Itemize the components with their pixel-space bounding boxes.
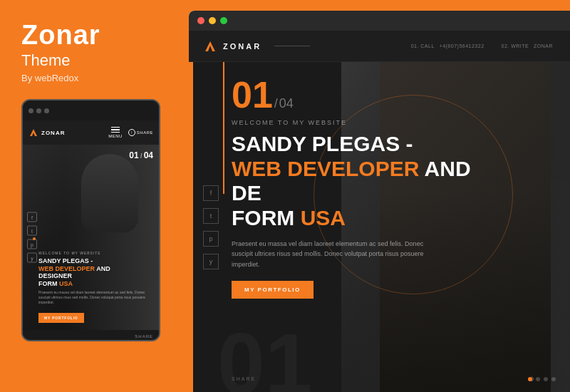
mobile-share-icon: ↑ [128,129,135,136]
desktop-cta-button[interactable]: MY PORTFOLIO [232,281,314,299]
nav-divider [274,46,310,46]
mobile-twitter-icon[interactable]: t [27,226,37,236]
menu-line-3 [111,132,120,133]
desktop-heading-orange: WEB DEVELOPER [232,157,419,180]
mobile-bottom-share-label: SHARE [135,334,153,339]
nav-contact-write-label: 02. WRITE [502,43,529,48]
desktop-dot-red [197,17,204,24]
nav-contact-write-value: ZONAR [534,43,553,48]
mobile-logo-area: ZONAR [28,128,65,138]
desktop-nav-right: 01. CALL +4(807)56412322 02. WRITE ZONAR [411,43,556,49]
desktop-welcome-text: WELCOME TO MY WEBSITE [232,119,502,126]
svg-marker-0 [30,129,37,136]
mobile-body-text: Praesent eu massa vel diam laoreet eleme… [38,290,155,305]
desktop-hero-text: WELCOME TO MY WEBSITE SANDY PLEGAS - WEB… [232,119,502,299]
mobile-social-icons: f t p y [27,212,37,263]
nav-contact-call: 01. CALL +4(807)56412322 [411,43,487,49]
mobile-heading-usa: USA [59,280,73,287]
mobile-bottom-bar: SHARE [23,330,159,341]
mobile-share-button[interactable]: ↑ SHARE [128,129,153,136]
desktop-heading-form: FORM [232,206,301,229]
mobile-heading-form: FORM [38,280,59,287]
desktop-hero-heading: SANDY PLEGAS - WEB DEVELOPER AND DE FORM… [232,132,502,230]
mobile-heading-orange: WEB DEVELOPER [38,265,95,272]
mobile-dot-3 [44,108,49,113]
mobile-counter: 01 / 04 [129,150,153,160]
nav-contact-call-value: +4(807)56412322 [440,43,484,48]
mobile-share-label: SHARE [137,130,153,135]
mobile-menu-button[interactable]: MENU [108,127,123,139]
svg-marker-1 [205,41,215,51]
desktop-top-bar [189,11,570,31]
desktop-hero-counter: 01 / 04 [232,76,294,113]
mobile-counter-current: 01 [129,150,138,160]
desktop-twitter-icon[interactable]: t [203,208,219,224]
desktop-heading-usa: USA [301,206,346,229]
desktop-hero-side-bar [189,62,193,392]
mobile-heading-designer: DESIGNER [38,272,72,279]
desktop-heading-line1: SANDY PLEGAS - [232,132,413,155]
desktop-counter-total: 04 [279,96,294,111]
desktop-dot-yellow [209,17,216,24]
brand-subtitle: Theme [21,51,70,70]
desktop-hero-accent-line [223,62,224,194]
desktop-nav-left: ZONAR [203,39,317,53]
desktop-hero-body: Praesent eu massa vel diam laoreet eleme… [232,239,431,269]
desktop-nav: ZONAR 01. CALL +4(807)56412322 02. WRITE… [189,31,570,62]
mobile-top-bar [23,100,159,120]
mobile-dot-1 [28,108,33,113]
mobile-mockup: ZONAR MENU ↑ SHARE [21,99,160,341]
mobile-heading-line1: SANDY PLEGAS - [38,257,93,264]
desktop-counter-current: 01 [232,76,273,113]
desktop-content: ZONAR 01. CALL +4(807)56412322 02. WRITE… [189,31,570,392]
mobile-hero-content: WELCOME TO MY WEBSITE SANDY PLEGAS - WEB… [38,251,155,323]
mobile-welcome-text: WELCOME TO MY WEBSITE [38,251,155,255]
mobile-cta-button[interactable]: MY PORTFOLIO [38,313,84,323]
mobile-facebook-icon[interactable]: f [27,212,37,222]
desktop-hero: f t p y 01 / 04 WELCOME TO MY WEBSITE SA… [189,62,570,392]
mobile-hero: f t p y 01 / 04 WELCOME TO MY WEBSITE SA… [23,145,159,330]
desktop-facebook-icon[interactable]: f [203,185,219,201]
mobile-counter-separator: / [140,153,142,160]
mobile-logo-text: ZONAR [41,130,65,136]
desktop-logo-text: ZONAR [223,42,261,51]
left-panel: Zonar Theme By webRedox ZONAR [0,0,189,392]
desktop-next-arrow[interactable]: › [531,372,534,385]
desktop-bg-number: 01 [217,321,312,392]
mobile-counter-total: 04 [144,150,153,160]
desktop-mockup: ZONAR 01. CALL +4(807)56412322 02. WRITE… [189,11,570,392]
desktop-social-icons: f t p y [203,185,219,269]
mobile-logo-icon [28,128,38,138]
nav-contact-call-label: 01. CALL [411,43,435,48]
desktop-counter-slash: / [274,96,278,111]
mobile-hamburger-icon [111,127,120,133]
mobile-nav-right: MENU ↑ SHARE [108,127,153,139]
nav-contact-write: 02. WRITE ZONAR [502,43,556,49]
menu-line-2 [111,129,120,130]
progress-dot-4[interactable] [551,377,556,381]
brand-title: Zonar [21,21,100,48]
desktop-logo-icon [203,39,217,53]
desktop-dot-green [220,17,227,24]
mobile-dot-2 [36,108,41,113]
progress-dot-3[interactable] [544,377,548,381]
desktop-share-label: SHARE [232,376,256,381]
desktop-youtube-icon[interactable]: y [203,254,219,269]
mobile-accent-dot [33,237,36,240]
progress-dot-2[interactable] [536,377,540,381]
mobile-heading: SANDY PLEGAS - WEB DEVELOPER AND DESIGNE… [38,257,155,288]
mobile-pinterest-icon[interactable]: p [27,239,37,249]
mobile-menu-label: MENU [108,134,123,138]
mobile-nav: ZONAR MENU ↑ SHARE [23,120,159,145]
desktop-pinterest-icon[interactable]: p [203,231,219,247]
brand-author: By webRedox [21,73,78,83]
mobile-youtube-icon[interactable]: y [27,253,37,263]
mobile-heading-and: AND [96,265,110,272]
menu-line-1 [111,127,120,128]
